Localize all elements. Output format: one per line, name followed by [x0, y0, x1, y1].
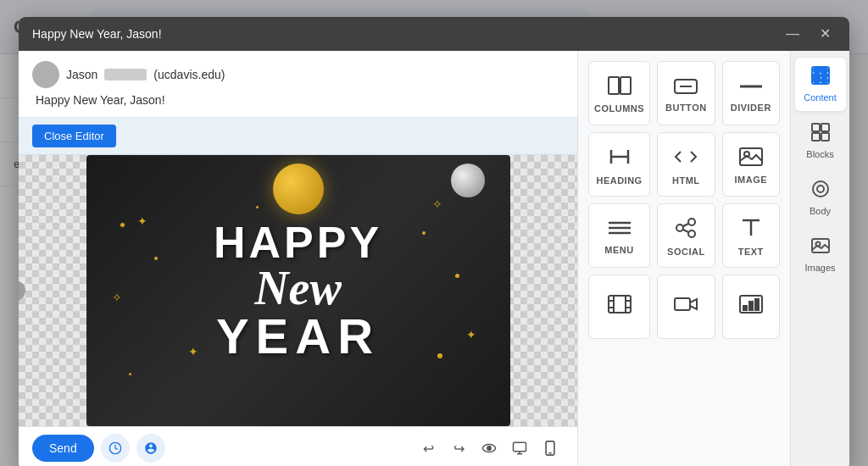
- divider-icon: [739, 77, 763, 97]
- blocks-grid: COLUMNS BUTTON: [588, 61, 780, 339]
- dot-decoration: [422, 231, 426, 235]
- send-button[interactable]: Send: [32, 435, 94, 462]
- columns-label: COLUMNS: [594, 103, 644, 114]
- eye-icon: [481, 441, 497, 456]
- html-label: HTML: [672, 175, 700, 186]
- card-new-text: New: [214, 264, 382, 312]
- avatar: [32, 61, 59, 88]
- blocks-tab-label: Blocks: [806, 149, 833, 159]
- tab-blocks[interactable]: Blocks: [795, 114, 846, 168]
- columns-icon: [608, 76, 632, 98]
- svg-rect-8: [609, 77, 619, 94]
- svg-rect-9: [620, 77, 631, 94]
- collapse-panel-button[interactable]: ›: [19, 280, 25, 301]
- tab-content[interactable]: Content: [795, 58, 846, 111]
- svg-rect-47: [812, 133, 820, 141]
- email-preview-area: ›: [19, 155, 577, 426]
- preview-controls: ↩ ↪: [415, 435, 564, 462]
- block-image[interactable]: IMAGE: [722, 132, 780, 197]
- email-card-image: ✦ ✧ ✦ ✧ ✦ HAPPY New YEAR: [86, 155, 510, 426]
- spark-decoration: ✦: [466, 328, 476, 341]
- spark-decoration: ✦: [188, 345, 198, 358]
- svg-line-24: [683, 224, 688, 226]
- block-video[interactable]: [588, 275, 650, 339]
- spark-decoration: ✧: [112, 291, 122, 304]
- tab-images[interactable]: Images: [795, 228, 846, 281]
- email-subject: Happy New Year, Jason!: [32, 93, 564, 107]
- from-name: Jason: [66, 68, 97, 81]
- card-text: HAPPY New YEAR: [214, 220, 382, 361]
- content-tab-icon: [811, 66, 830, 89]
- svg-rect-35: [675, 298, 690, 310]
- image-label: IMAGE: [734, 175, 767, 185]
- svg-rect-41: [814, 69, 827, 72]
- svg-point-2: [487, 447, 492, 451]
- more-options-button[interactable]: [136, 434, 165, 463]
- block-divider[interactable]: DIVIDER: [722, 61, 780, 125]
- svg-rect-37: [743, 306, 747, 310]
- modal-header: Happy New Year, Jason! — ✕: [19, 17, 849, 51]
- text-label: TEXT: [738, 247, 764, 257]
- images-tab-icon: [811, 236, 830, 259]
- from-name-redacted: [104, 69, 147, 80]
- svg-point-22: [688, 219, 695, 225]
- images-tab-label: Images: [804, 263, 835, 273]
- silver-ball-decoration: [451, 164, 485, 197]
- svg-point-21: [676, 225, 683, 231]
- block-menu[interactable]: MENU: [588, 203, 650, 268]
- svg-rect-45: [812, 124, 820, 131]
- html-icon: [674, 147, 698, 170]
- blocks-panel: COLUMNS BUTTON: [578, 51, 790, 466]
- svg-rect-38: [749, 302, 753, 310]
- preview-button[interactable]: [476, 435, 503, 462]
- close-editor-button[interactable]: Close Editor: [32, 125, 116, 147]
- chart-icon: [739, 295, 763, 317]
- svg-rect-28: [609, 296, 631, 313]
- modal-overlay: Happy New Year, Jason! — ✕ Jason (ucdavi…: [0, 0, 868, 466]
- redo-button[interactable]: ↪: [445, 435, 472, 462]
- schedule-button[interactable]: [101, 434, 130, 463]
- phone-icon: [544, 441, 556, 456]
- modal-right-sidebar: COLUMNS BUTTON: [578, 51, 849, 466]
- block-button[interactable]: BUTTON: [657, 61, 715, 125]
- svg-rect-39: [755, 299, 759, 310]
- gold-ball-decoration: [273, 164, 324, 214]
- content-tab-label: Content: [804, 92, 837, 103]
- card-year-text: YEAR: [214, 312, 382, 361]
- undo-button[interactable]: ↩: [415, 435, 442, 462]
- dot-decoration: [154, 257, 158, 260]
- minimize-button[interactable]: —: [781, 25, 804, 42]
- block-html[interactable]: HTML: [657, 132, 715, 197]
- social-label: SOCIAL: [667, 247, 705, 257]
- body-tab-label: Body: [810, 206, 831, 216]
- svg-rect-44: [821, 79, 827, 82]
- person-icon: [144, 441, 158, 455]
- email-meta: Jason (ucdavis.edu) Happy New Year, Jaso…: [19, 51, 577, 118]
- email-from: Jason (ucdavis.edu): [32, 61, 564, 88]
- video-film-icon: [608, 295, 632, 317]
- modal-left-panel: Jason (ucdavis.edu) Happy New Year, Jaso…: [19, 51, 578, 466]
- bottom-toolbar: Send ↩ ↪: [19, 426, 577, 466]
- heading-icon: [608, 147, 632, 170]
- block-video-camera[interactable]: [657, 275, 715, 339]
- dot-decoration: [120, 223, 125, 227]
- menu-label: MENU: [604, 245, 633, 255]
- desktop-view-button[interactable]: [506, 435, 533, 462]
- block-heading[interactable]: HEADING: [588, 132, 650, 197]
- tab-body[interactable]: Body: [795, 171, 846, 225]
- spark-decoration: ✧: [432, 197, 442, 211]
- monitor-icon: [512, 441, 527, 456]
- sidebar-tabs: Content Blocks Body: [790, 51, 849, 466]
- from-email: (ucdavis.edu): [153, 68, 225, 81]
- mobile-view-button[interactable]: [537, 435, 564, 462]
- block-columns[interactable]: COLUMNS: [588, 61, 650, 125]
- block-text[interactable]: TEXT: [722, 203, 780, 268]
- svg-rect-43: [821, 74, 827, 77]
- block-social[interactable]: SOCIAL: [657, 203, 715, 268]
- block-chart[interactable]: [722, 275, 780, 339]
- compose-modal: Happy New Year, Jason! — ✕ Jason (ucdavi…: [19, 17, 849, 466]
- close-modal-button[interactable]: ✕: [815, 25, 836, 42]
- menu-icon: [608, 219, 632, 240]
- dot-decoration: [437, 353, 442, 358]
- image-icon: [739, 147, 763, 169]
